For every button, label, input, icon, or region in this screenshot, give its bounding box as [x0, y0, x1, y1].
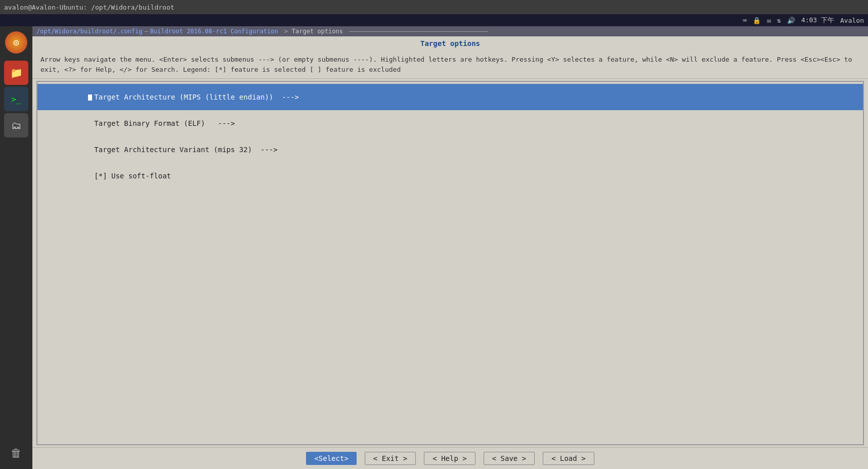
network-icon: ⇅ — [777, 17, 781, 24]
terminal-content: Target options Arrow keys navigate the m… — [32, 36, 868, 469]
menu-item-target-arch-variant[interactable]: Target Architecture Variant (mips 32) --… — [37, 136, 863, 163]
help-text-content: Arrow keys navigate the menu. <Enter> se… — [40, 56, 852, 73]
menu-title: Target options — [32, 36, 868, 51]
menu-item-target-arch[interactable]: Target Architecture (MIPS (little endian… — [37, 84, 863, 110]
menu-area[interactable]: Target Architecture (MIPS (little endian… — [36, 81, 864, 445]
menu-item-target-binary[interactable]: Target Binary Format (ELF) ---> — [37, 110, 863, 136]
help-button[interactable]: < Help > — [424, 452, 475, 465]
window-titlebar: avalon@Avalon-Ubuntu: /opt/Widora/buildr… — [0, 0, 868, 14]
dock-icon-terminal[interactable]: >_ — [4, 87, 28, 111]
bottom-button-bar: <Select> < Exit > < Help > < Save > < Lo… — [32, 447, 868, 469]
load-button[interactable]: < Load > — [543, 452, 594, 465]
config-path: /opt/Widora/buildroot/.config — [36, 28, 143, 35]
breadcrumb-label: Target options — [292, 28, 343, 35]
security-icon: 🔒 — [753, 17, 761, 24]
terminal-path-bar: /opt/Widora/buildroot/.config — Buildroo… — [32, 26, 868, 36]
username: Avalon — [840, 17, 864, 24]
help-text-area: Arrow keys navigate the menu. <Enter> se… — [32, 51, 868, 79]
window-title: avalon@Avalon-Ubuntu: /opt/Widora/buildr… — [4, 4, 175, 11]
select-button[interactable]: <Select> — [306, 452, 356, 465]
dock-icon-ubuntu[interactable]: ⊙ — [4, 30, 28, 55]
buildroot-title: Buildroot 2016.08-rc1 Configuration — [150, 28, 278, 35]
system-bar: ⌨ 🔒 ✉ ⇅ 🔊 4:03 下午 Avalon — [0, 14, 868, 26]
left-dock: ⊙ 📁 >_ 🗂 🗑 — [0, 26, 32, 469]
menu-item-use-soft-float[interactable]: [*] Use soft-float — [37, 163, 863, 189]
menu-title-text: Target options — [420, 39, 480, 48]
keyboard-icon: ⌨ — [743, 17, 747, 24]
terminal-window: /opt/Widora/buildroot/.config — Buildroo… — [32, 26, 868, 469]
save-button[interactable]: < Save > — [484, 452, 535, 465]
mail-icon: ✉ — [767, 17, 771, 24]
clock: 4:03 下午 — [801, 16, 834, 25]
exit-button[interactable]: < Exit > — [365, 452, 416, 465]
dock-icon-files[interactable]: 📁 — [4, 61, 28, 85]
dock-icon-filemanager[interactable]: 🗂 — [4, 113, 28, 137]
dock-icon-trash[interactable]: 🗑 — [4, 441, 28, 465]
volume-icon: 🔊 — [787, 17, 795, 24]
